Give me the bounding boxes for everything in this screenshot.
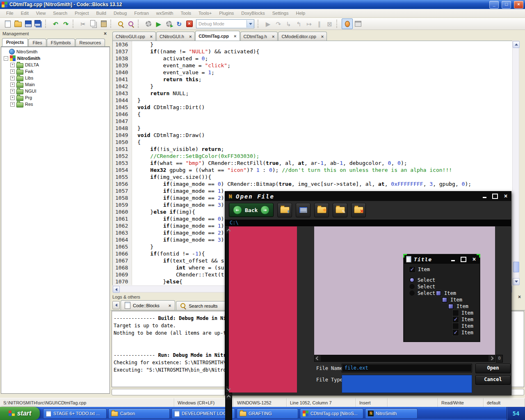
checkbox-row[interactable]: ✓Item xyxy=(452,316,473,323)
minimize-button[interactable]: _ xyxy=(489,1,499,9)
tree-item-delta[interactable]: +DELTA xyxy=(1,62,110,68)
close-tab-icon[interactable]: × xyxy=(321,34,324,39)
close-tab-icon[interactable]: × xyxy=(234,34,236,39)
radio-row[interactable]: Select xyxy=(409,283,435,290)
subwindow-maximize-button[interactable] xyxy=(460,257,467,262)
menu-debug[interactable]: Debug xyxy=(110,10,130,16)
tab-cdtmltag-cpp[interactable]: CDtmlTag.cpp× xyxy=(195,31,240,41)
tree-item-nitrosmith[interactable]: NitroSmith xyxy=(1,48,110,55)
forward-button[interactable]: → xyxy=(260,205,269,215)
menu-edit[interactable]: Edit xyxy=(17,10,32,16)
close-tab-icon[interactable]: × xyxy=(169,303,171,308)
checkbox-row[interactable]: ✓Item xyxy=(409,266,430,273)
logs-close-icon[interactable]: × xyxy=(516,294,523,300)
scroll-down-icon[interactable] xyxy=(513,278,520,285)
redo-button[interactable]: ↷ xyxy=(61,19,71,29)
scroll-left-icon[interactable] xyxy=(113,286,120,293)
tab-fsymbols[interactable]: FSymbols xyxy=(47,39,75,46)
tab-resources[interactable]: Resources xyxy=(75,39,105,46)
subwindow-titlebar[interactable]: Title × xyxy=(404,255,479,264)
menu-tools[interactable]: Tools xyxy=(177,10,195,16)
rebuild-button[interactable]: ↻ xyxy=(174,19,184,29)
copy-button[interactable] xyxy=(88,19,98,29)
tab-cnitrogui-h[interactable]: CNitroGUI.h× xyxy=(156,32,195,41)
management-close-icon[interactable]: × xyxy=(102,31,108,37)
tab-projects[interactable]: Projects xyxy=(2,38,28,46)
menu-project[interactable]: Project xyxy=(71,10,92,16)
taskbar-button-cdtmltag-cpp-nitros[interactable]: CDtmlTag.cpp [NitroS... xyxy=(300,409,363,419)
tree-item-ngui[interactable]: +NGUI xyxy=(1,88,110,94)
scroll-up-icon[interactable] xyxy=(226,393,232,399)
tree-item-main[interactable]: +Main xyxy=(1,81,110,88)
cut-button[interactable]: ✂ xyxy=(78,19,88,29)
square-row[interactable]: Item xyxy=(441,297,462,303)
back-button[interactable]: ← xyxy=(233,205,242,215)
checkbox-row[interactable]: ✓Item xyxy=(452,329,473,336)
restore-button[interactable]: □ xyxy=(502,1,511,9)
up-folder-button[interactable]: ↑ xyxy=(277,203,292,217)
tab-scroll-left-icon[interactable] xyxy=(112,301,120,309)
menu-fortran[interactable]: Fortran xyxy=(130,10,152,16)
compile-button[interactable] xyxy=(143,19,153,29)
step-out-button[interactable]: ↰ xyxy=(294,19,304,29)
expand-icon[interactable]: + xyxy=(10,63,15,67)
pause-debug-button[interactable]: ∥ xyxy=(314,19,324,29)
menu-build[interactable]: Build xyxy=(92,10,110,16)
save-all-button[interactable] xyxy=(33,19,43,29)
tree-item-libs[interactable]: +Libs xyxy=(1,75,110,81)
rename-folder-button[interactable]: ✎ xyxy=(333,203,347,217)
tab-files[interactable]: Files xyxy=(28,39,46,46)
close-tab-icon[interactable]: × xyxy=(189,34,192,39)
dialog-minimize-button[interactable] xyxy=(481,194,488,199)
debug-windows-button[interactable] xyxy=(353,19,363,29)
new-file-button[interactable] xyxy=(2,19,13,29)
editor-vertical-scrollbar[interactable] xyxy=(512,41,519,285)
square-row[interactable]: Item xyxy=(447,303,468,310)
collapse-icon[interactable]: - xyxy=(4,56,8,61)
dialog-maximize-button[interactable] xyxy=(492,194,498,199)
menu-help[interactable]: Help xyxy=(292,10,309,16)
file-name-input[interactable]: file.ext xyxy=(342,364,472,372)
chevron-down-icon[interactable] xyxy=(247,20,254,27)
open-file-button[interactable] xyxy=(13,19,23,29)
taskbar-button-stage-6-todo-txt[interactable]: STAGE 6+ TODO.txt ... xyxy=(43,409,107,419)
menu-wxsmith[interactable]: wxSmith xyxy=(153,10,177,16)
tab-code-blocks[interactable]: Code::Blocks× xyxy=(121,300,175,310)
build-and-run-button[interactable] xyxy=(164,19,174,29)
dialog-titlebar[interactable]: N Open File × xyxy=(225,192,511,201)
step-into-button[interactable]: ↳ xyxy=(283,19,294,29)
save-button[interactable] xyxy=(23,19,33,29)
scrollbar-thumb[interactable] xyxy=(513,262,519,272)
file-type-select[interactable] xyxy=(342,375,472,393)
menu-tools[interactable]: Tools+ xyxy=(195,10,215,16)
expand-icon[interactable]: + xyxy=(10,89,15,94)
tree-item-fwk[interactable]: +Fwk xyxy=(1,68,110,75)
find-button[interactable] xyxy=(116,19,126,29)
tree-item-nitrosmith[interactable]: -NitroSmith xyxy=(1,55,110,62)
scroll-left-icon[interactable] xyxy=(315,355,321,361)
stop-debug-button[interactable]: ⊠ xyxy=(324,19,335,29)
expand-icon[interactable]: + xyxy=(10,76,15,80)
tab-cmodeeditor-cpp[interactable]: CModeEditor.cpp× xyxy=(278,32,327,41)
menu-view[interactable]: View xyxy=(32,10,50,16)
scroll-right-icon[interactable] xyxy=(488,355,495,361)
expand-icon[interactable]: + xyxy=(10,96,15,100)
file-list-scrollbar[interactable] xyxy=(225,393,232,420)
taskbar-button-grafting[interactable]: GRAFTING xyxy=(237,409,298,419)
close-tab-icon[interactable]: × xyxy=(150,34,153,39)
file-list-horizontal-scrollbar[interactable] xyxy=(314,355,495,362)
square-row[interactable]: Item xyxy=(435,290,456,297)
expand-icon[interactable]: + xyxy=(10,102,15,107)
close-button[interactable]: × xyxy=(514,1,523,9)
delete-folder-button[interactable]: × xyxy=(351,203,366,217)
build-target-select[interactable]: Debug Mode xyxy=(196,19,254,28)
scrollbar-track[interactable] xyxy=(226,399,232,420)
close-tab-icon[interactable]: × xyxy=(272,34,274,39)
debug-continue-button[interactable]: ▶ xyxy=(263,19,273,29)
debugger-select-button[interactable] xyxy=(342,18,353,29)
my-computer-button[interactable] xyxy=(296,203,310,217)
expand-icon[interactable]: + xyxy=(10,82,15,87)
tab-cnitrogui-cpp[interactable]: CNitroGUI.cpp× xyxy=(112,32,156,41)
places-panel[interactable] xyxy=(229,226,297,393)
paste-button[interactable] xyxy=(98,19,109,29)
